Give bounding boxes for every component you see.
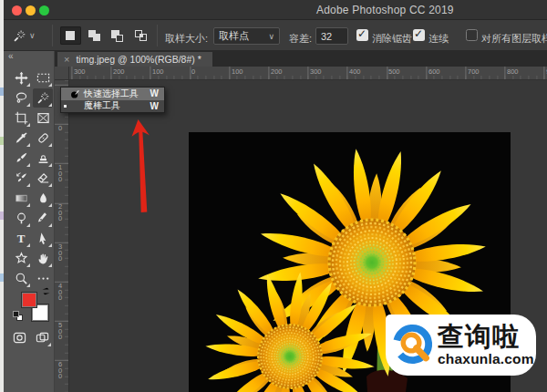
- path-selection-tool-icon: [36, 232, 50, 245]
- default-colors-icon[interactable]: [13, 311, 25, 323]
- flyout-item-shortcut: W: [150, 88, 159, 98]
- tool-hand[interactable]: [33, 249, 53, 268]
- zoom-tool-icon: [15, 272, 28, 285]
- tool-preset-picker[interactable]: ∨: [13, 26, 49, 45]
- tool-brush[interactable]: [11, 149, 31, 168]
- crop-tool-icon: [15, 111, 28, 125]
- ruler-number: 0: [58, 126, 65, 132]
- title-bar: Adobe Photoshop CC 2019: [4, 0, 547, 20]
- tool-move[interactable]: [11, 68, 31, 88]
- tool-type[interactable]: T: [11, 229, 31, 248]
- tool-path-selection[interactable]: [33, 229, 53, 248]
- ruler-number: 500: [58, 323, 65, 341]
- magic-wand-icon: [69, 100, 80, 111]
- anti-alias-label: 消除锯齿: [372, 32, 412, 46]
- tolerance-field-wrap: [315, 27, 348, 45]
- dodge-tool-icon: [15, 211, 28, 225]
- tool-zoom[interactable]: [11, 269, 31, 288]
- subtract-from-selection-button[interactable]: [108, 26, 129, 45]
- tool-lasso[interactable]: [11, 88, 31, 108]
- tools-panel: « T: [4, 51, 55, 392]
- ruler-number: 500: [388, 67, 400, 76]
- tool-marquee[interactable]: [33, 68, 53, 88]
- document-tab-label: timg.jpeg @ 100%(RGB/8#) *: [76, 54, 201, 65]
- sample-size-dropdown[interactable]: 取样点 ∨: [213, 27, 280, 45]
- tool-dodge[interactable]: [11, 209, 31, 228]
- document-tab[interactable]: × timg.jpeg @ 100%(RGB/8#) *: [57, 52, 212, 67]
- marquee-tool-icon: [36, 71, 50, 85]
- eraser-tool-icon: [36, 171, 50, 185]
- sample-size-value: 取样点: [219, 29, 265, 43]
- custom-shape-tool-icon: [15, 252, 28, 265]
- ruler-number: 400: [58, 284, 65, 302]
- tool-history-brush[interactable]: [11, 169, 31, 188]
- close-tab-icon[interactable]: ×: [64, 54, 69, 65]
- ruler-number: 200: [58, 204, 65, 222]
- tolerance-input[interactable]: [321, 28, 343, 44]
- sample-size-label: 取样大小:: [165, 32, 208, 46]
- intersect-selection-button[interactable]: [131, 26, 152, 45]
- tolerance-label: 容差:: [289, 32, 312, 46]
- vertical-ruler[interactable]: 0 100 200 300 400 500 600: [55, 80, 69, 392]
- tool-healing-brush[interactable]: [33, 129, 53, 148]
- photoshop-screenshot: Adobe Photoshop CC 2019 ∨ 取样大小: 取样点 ∨: [0, 0, 547, 392]
- collapse-panel-button[interactable]: «: [8, 51, 14, 61]
- sample-all-layers-checkbox[interactable]: [466, 29, 478, 41]
- tool-pen[interactable]: [33, 209, 53, 228]
- ellipsis-icon: [36, 272, 50, 285]
- ruler-number: 100: [152, 67, 164, 76]
- move-tool-icon: [15, 71, 28, 85]
- edit-toolbar-button[interactable]: [33, 269, 53, 288]
- tool-gradient[interactable]: [11, 189, 31, 208]
- frame-tool-icon: [36, 111, 50, 125]
- close-window-button[interactable]: [12, 5, 22, 15]
- magic-wand-icon: [13, 29, 26, 43]
- tool-clone-stamp[interactable]: [33, 149, 53, 168]
- chevron-down-icon: ∨: [268, 32, 274, 41]
- tool-magic-wand[interactable]: [33, 88, 53, 108]
- check-icon: ✓: [357, 27, 366, 40]
- lasso-tool-icon: [15, 91, 28, 105]
- horizontal-ruler[interactable]: 300 200 100 0 100 200 300 400 500 600 70…: [69, 67, 547, 80]
- document-tab-bar: × timg.jpeg @ 100%(RGB/8#) *: [55, 51, 547, 67]
- ruler-number: 100: [232, 67, 243, 76]
- tool-custom-shape[interactable]: [11, 249, 31, 268]
- quick-mask-icon: [13, 331, 26, 345]
- ruler-number: 300: [74, 67, 86, 76]
- tool-crop[interactable]: [11, 108, 31, 128]
- ruler-number: 600: [58, 362, 65, 380]
- anti-alias-checkbox[interactable]: ✓: [356, 29, 368, 41]
- tool-eyedropper[interactable]: [11, 129, 31, 148]
- screen-mode-icon: [36, 331, 49, 345]
- add-to-selection-button[interactable]: [85, 26, 106, 45]
- watermark-name: 查询啦: [438, 324, 534, 350]
- quick-mask-button[interactable]: [9, 328, 29, 347]
- eyedropper-tool-icon: [15, 131, 28, 145]
- swap-colors-icon[interactable]: [40, 286, 52, 296]
- tool-blur[interactable]: [33, 189, 53, 208]
- contiguous-label: 连续: [428, 32, 449, 46]
- magic-wand-tool-icon: [36, 91, 50, 105]
- flyout-item-magic-wand[interactable]: 魔棒工具 W: [61, 100, 164, 113]
- type-tool-icon: T: [17, 232, 26, 246]
- contiguous-checkbox[interactable]: ✓: [413, 29, 425, 41]
- tool-eraser[interactable]: [33, 169, 53, 188]
- hand-tool-icon: [36, 252, 50, 265]
- new-selection-icon: [66, 31, 75, 40]
- chevron-down-icon: ∨: [29, 31, 36, 40]
- new-selection-button[interactable]: [60, 26, 81, 45]
- ruler-number: 200: [113, 67, 125, 76]
- ruler-number: 200: [271, 67, 283, 76]
- flyout-item-quick-selection[interactable]: 快速选择工具 W: [61, 88, 164, 100]
- zoom-window-button[interactable]: [39, 5, 49, 15]
- foreground-color-swatch[interactable]: [21, 292, 37, 308]
- screen-mode-button[interactable]: [32, 328, 52, 347]
- ruler-number: 600: [428, 67, 440, 76]
- minimize-window-button[interactable]: [26, 5, 36, 15]
- tool-frame[interactable]: [33, 108, 53, 128]
- divider: [157, 25, 158, 46]
- brush-tool-icon: [15, 151, 28, 165]
- ruler-number: 0: [191, 67, 195, 76]
- window-title: Adobe Photoshop CC 2019: [316, 4, 454, 16]
- check-icon: ✓: [414, 27, 423, 40]
